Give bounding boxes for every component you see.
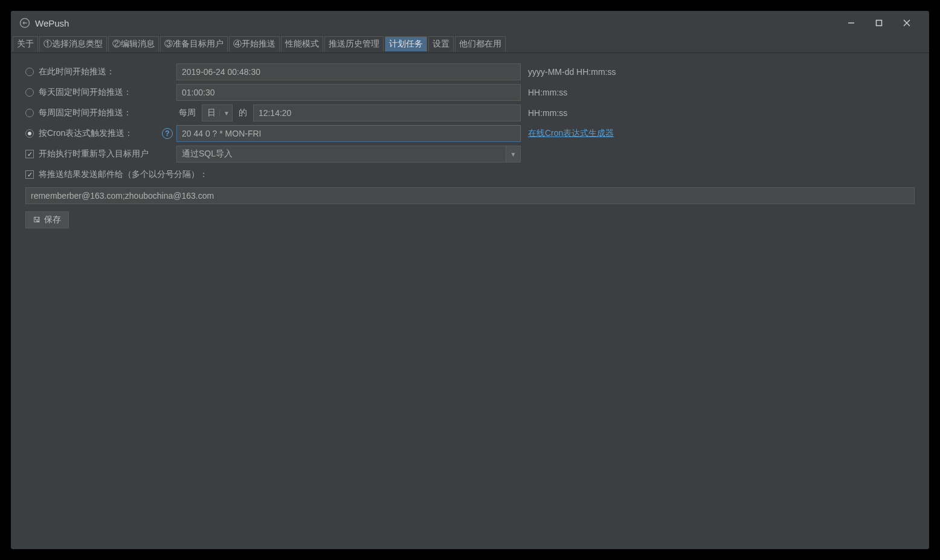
chevron-down-icon: ▼	[506, 146, 521, 163]
checkbox-email[interactable]	[25, 170, 34, 179]
hint-weekly: HH:mm:ss	[528, 108, 567, 118]
tab-9[interactable]: 他们都在用	[455, 36, 506, 51]
label-email: 将推送结果发送邮件给（多个以分号分隔）：	[39, 169, 208, 180]
tab-4[interactable]: ④开始推送	[229, 36, 280, 51]
app-logo-icon	[19, 18, 30, 28]
save-icon: 🖫	[33, 216, 40, 224]
input-weekly-time[interactable]	[253, 105, 521, 121]
radio-weekly[interactable]	[25, 109, 34, 117]
chevron-down-icon: ▼	[219, 110, 230, 117]
minimize-button[interactable]	[837, 13, 865, 33]
help-icon[interactable]: ?	[162, 128, 173, 139]
input-start-at[interactable]	[176, 63, 521, 80]
weekly-mid: 的	[236, 108, 249, 118]
link-cron-generator[interactable]: 在线Cron表达式生成器	[528, 128, 614, 138]
radio-start-at[interactable]	[25, 68, 34, 76]
tab-bar: 关于①选择消息类型②编辑消息③准备目标用户④开始推送性能模式推送历史管理计划任务…	[11, 35, 929, 53]
weekly-prefix: 每周	[176, 108, 198, 118]
app-title: WePush	[35, 18, 69, 28]
titlebar: WePush	[11, 11, 929, 35]
label-start-at: 在此时间开始推送：	[39, 66, 115, 77]
app-window: WePush 关于①选择消息类型②编辑消息③准备目标用户④开始推送性能模式推送历…	[11, 11, 929, 549]
tab-8[interactable]: 设置	[428, 36, 454, 51]
tab-6[interactable]: 推送历史管理	[324, 36, 384, 51]
maximize-button[interactable]	[865, 13, 893, 33]
save-button[interactable]: 🖫 保存	[25, 211, 69, 228]
input-email[interactable]	[25, 187, 915, 204]
close-button[interactable]	[893, 13, 921, 33]
label-daily: 每天固定时间开始推送：	[39, 87, 132, 98]
svg-rect-2	[877, 21, 882, 26]
tab-1[interactable]: ①选择消息类型	[39, 36, 107, 51]
radio-cron[interactable]	[25, 129, 34, 138]
checkbox-reimport[interactable]	[25, 150, 34, 158]
select-weekday-value: 日	[207, 108, 216, 118]
select-reimport-method[interactable]: 通过SQL导入 ▼	[176, 146, 521, 163]
label-weekly: 每周固定时间开始推送：	[39, 108, 132, 118]
select-weekday[interactable]: 日 ▼	[202, 105, 233, 121]
input-cron[interactable]	[176, 125, 521, 142]
hint-daily: HH:mm:ss	[528, 88, 567, 97]
tab-0[interactable]: 关于	[13, 36, 38, 51]
radio-daily[interactable]	[25, 88, 34, 97]
label-cron: 按Cron表达式触发推送：	[39, 128, 133, 139]
hint-start-at: yyyy-MM-dd HH:mm:ss	[528, 67, 616, 77]
save-button-label: 保存	[44, 214, 61, 225]
tab-5[interactable]: 性能模式	[281, 36, 323, 51]
select-reimport-value: 通过SQL导入	[176, 146, 506, 163]
tab-2[interactable]: ②编辑消息	[108, 36, 159, 51]
tab-3[interactable]: ③准备目标用户	[160, 36, 228, 51]
content-panel: 在此时间开始推送： yyyy-MM-dd HH:mm:ss 每天固定时间开始推送…	[11, 53, 929, 549]
tab-7[interactable]: 计划任务	[385, 36, 427, 51]
label-reimport: 开始执行时重新导入目标用户	[39, 149, 149, 159]
input-daily[interactable]	[176, 84, 521, 101]
